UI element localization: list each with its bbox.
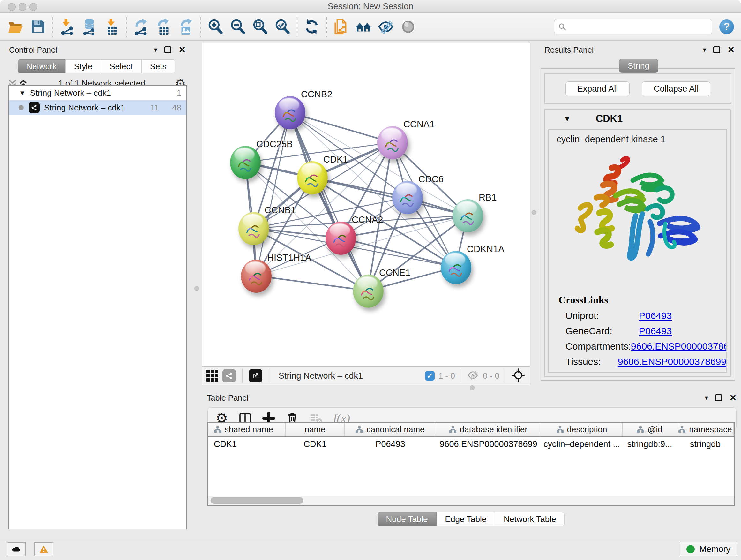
edge-CCNB2-CCNE1[interactable] [290,113,368,291]
table-row[interactable]: CDK1CDK1P064939606.ENSP00000378699cyclin… [208,437,734,451]
search-input[interactable] [566,22,708,32]
results-panel-title: Results Panel [544,45,594,55]
collection-count: 1 [177,88,181,98]
node-CCNB2[interactable] [275,96,306,129]
main-toolbar: ? [0,13,741,41]
tab-select[interactable]: Select [101,59,141,73]
tab-edge-table[interactable]: Edge Table [436,512,495,526]
tab-string[interactable]: String [619,59,658,73]
gene-description: cyclin–dependent kinase 1 [556,134,726,145]
collapse-all-button[interactable]: Collapse All [642,81,711,96]
collection-expand-icon[interactable]: ▼ [19,89,25,97]
node-CDC25B[interactable] [230,146,261,179]
edge-CCNB2-CCNA1[interactable] [290,113,392,143]
hidden-items-eye-icon[interactable] [467,369,479,382]
detach-view-icon[interactable] [249,369,262,382]
export-network-icon[interactable] [130,16,152,38]
zoom-fit-icon[interactable] [249,16,271,38]
network-collection-row[interactable]: ▼ String Network – cdk1 1 [9,85,186,100]
panel-close-icon[interactable]: ✕ [727,45,735,55]
memory-button[interactable]: Memory [680,542,737,557]
crosslink-link[interactable]: P06493 [639,310,672,321]
column-header-shared-name[interactable]: shared name [208,423,286,436]
zoom-out-icon[interactable] [226,16,249,38]
panel-float-icon[interactable] [713,46,720,53]
protein-structure-image [562,152,713,286]
entry-collapse-icon[interactable]: ▼ [563,115,571,123]
expand-all-button[interactable]: Expand All [565,81,630,96]
column-header-database-identifier[interactable]: database identifier [436,423,541,436]
grid-view-icon[interactable] [206,370,218,381]
tab-style[interactable]: Style [65,59,101,73]
gray-eye-icon[interactable] [397,16,419,38]
clipboard-share-icon[interactable] [330,16,352,38]
edge-CDK1-RB1[interactable] [312,178,467,215]
network-view-canvas[interactable]: CCNB2CCNA1CDC25BCDK1CDC6RB1CCNB1CCNA2CDK… [202,43,530,366]
node-CCNA1[interactable] [377,126,408,159]
export-table-icon[interactable] [152,16,175,38]
column-header-namespace[interactable]: namespace [677,423,734,436]
import-database-icon[interactable] [78,16,101,38]
crosslink-link[interactable]: P06493 [639,372,672,373]
left-splitter-handle[interactable] [194,286,199,291]
network-tree: ▼ String Network – cdk1 1 String Network… [8,85,187,530]
crosslink-label: Pharos: [565,372,639,373]
panel-collapse-icon[interactable]: ▾ [703,46,706,54]
export-image-icon[interactable] [175,16,197,38]
node-CCNE1[interactable] [353,274,384,308]
zoom-in-icon[interactable] [204,16,226,38]
crosslink-link[interactable]: P06493 [639,326,672,336]
edge-HIST1H1A-CCNE1[interactable] [256,276,368,291]
node-CCNB1[interactable] [239,212,269,245]
table-panel-title: Table Panel [207,393,249,402]
tab-sets[interactable]: Sets [141,59,175,73]
node-CDC6[interactable] [392,181,423,214]
search-box[interactable] [554,19,712,35]
column-header-canonical-name[interactable]: canonical name [345,423,436,436]
help-button[interactable]: ? [719,19,734,34]
network-share-icon[interactable] [222,369,236,382]
import-table-icon[interactable] [101,16,123,38]
table-cell: cyclin–dependent ... [541,437,623,451]
tab-node-table[interactable]: Node Table [378,512,436,526]
node-HIST1H1A[interactable] [241,260,272,293]
string-hide-icon[interactable] [375,16,397,38]
tab-network-table[interactable]: Network Table [495,512,564,526]
table-horizontal-scrollbar[interactable] [208,496,734,505]
node-RB1[interactable] [453,199,483,233]
save-session-icon[interactable] [27,16,49,38]
network-label: String Network – cdk1 [44,103,125,113]
horizontal-splitter-handle[interactable] [470,385,475,390]
column-header-@id[interactable]: @id [623,423,677,436]
refresh-layout-icon[interactable] [300,16,323,38]
node-table: shared namenamecanonical namedatabase id… [207,422,735,506]
selected-items-checkbox[interactable]: ✓ [425,371,434,381]
node-CDK1[interactable] [297,161,328,194]
warnings-button[interactable] [35,543,53,556]
panel-float-icon[interactable] [715,394,722,401]
panel-float-icon[interactable] [164,46,172,53]
panel-collapse-icon[interactable]: ▾ [154,46,157,54]
fit-selected-crosshair-icon[interactable] [511,368,525,383]
scrollbar-thumb[interactable] [211,497,303,504]
open-session-icon[interactable] [4,16,27,38]
column-header-description[interactable]: description [541,423,623,436]
column-header-name[interactable]: name [286,423,345,436]
network-row-selected[interactable]: String Network – cdk1 11 48 [9,100,186,115]
cloud-status-button[interactable] [7,543,25,556]
crosslink-link[interactable]: 9606.ENSP00000378699 [631,341,727,352]
node-CDKN1A[interactable] [441,251,471,284]
import-network-icon[interactable] [56,16,78,38]
control-panel-tabs: NetworkStyleSelectSets [4,59,189,73]
right-splitter-handle[interactable] [532,210,536,215]
crosslink-link[interactable]: 9606.ENSP00000378699 [618,356,726,367]
table-cell: CDK1 [286,437,345,451]
zoom-selected-icon[interactable] [271,16,293,38]
toolbar-separator [126,17,127,37]
node-CCNA2[interactable] [326,222,356,255]
tab-network[interactable]: Network [17,59,65,73]
panel-close-icon[interactable]: ✕ [729,393,737,403]
panel-collapse-icon[interactable]: ▾ [704,394,708,402]
panel-close-icon[interactable]: ✕ [179,45,186,55]
string-home-icon[interactable] [352,16,375,38]
